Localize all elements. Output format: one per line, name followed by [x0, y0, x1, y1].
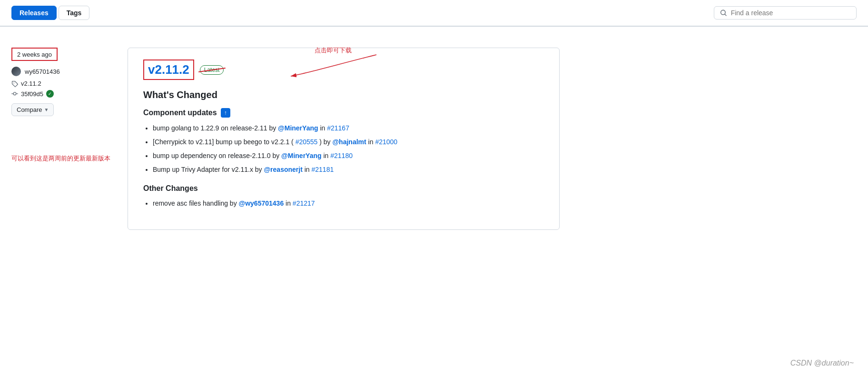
user-link-2[interactable]: @hajnalmt — [332, 138, 366, 146]
component-bullets: bump golang to 1.22.9 on release-2.11 by… — [143, 123, 544, 175]
upload-icon: ↑ — [221, 108, 230, 118]
user-link-1[interactable]: @MinerYang — [278, 124, 318, 132]
latest-badge: Latest — [200, 65, 224, 75]
time-ago: 2 weeks ago — [17, 51, 52, 58]
release-version-link[interactable]: v2.11.2 — [144, 60, 193, 79]
sidebar-user: wy65701436 — [11, 67, 116, 76]
main-content: 2 weeks ago wy65701436 v2.11.2 35f09d5 ✓… — [0, 36, 571, 230]
sidebar: 2 weeks ago wy65701436 v2.11.2 35f09d5 ✓… — [11, 48, 116, 230]
tag-icon — [11, 80, 18, 87]
commit-icon — [11, 90, 18, 97]
sidebar-username: wy65701436 — [25, 68, 60, 75]
commit-hash: 35f09d5 — [21, 90, 43, 98]
search-input[interactable] — [731, 9, 850, 17]
release-title-box: v2.11.2 — [143, 60, 194, 80]
tab-tags[interactable]: Tags — [59, 6, 90, 20]
top-nav: Releases Tags — [0, 0, 868, 26]
other-bullet-1: remove asc files handling by @wy65701436… — [153, 198, 544, 208]
whats-changed-heading: What's Changed — [143, 89, 544, 100]
compare-label: Compare — [17, 106, 42, 113]
release-header: v2.11.2 Latest 点击即可下载 — [143, 60, 544, 80]
issue-link-21181[interactable]: #21181 — [312, 166, 334, 173]
user-link-5[interactable]: @wy65701436 — [239, 199, 284, 207]
issue-link-21217[interactable]: #21217 — [293, 199, 315, 207]
compare-chevron: ▼ — [44, 107, 49, 112]
bullet-4: Bump up Trivy Adapter for v2.11.x by @re… — [153, 165, 544, 175]
release-content: v2.11.2 Latest 点击即可下载 What's Changed — [128, 48, 560, 230]
annotation-arrow — [376, 50, 472, 79]
annotation-top: 点击即可下载 — [315, 46, 352, 55]
user-link-4[interactable]: @reasonerjt — [264, 166, 302, 173]
nav-tabs: Releases Tags — [11, 6, 89, 20]
sidebar-tag-value: v2.11.2 — [21, 80, 41, 87]
bullet-2: [Cherrypick to v2.11] bump up beego to v… — [153, 137, 544, 147]
bullet-1: bump golang to 1.22.9 on release-2.11 by… — [153, 123, 544, 133]
avatar — [11, 67, 21, 76]
issue-link-21180[interactable]: #21180 — [330, 152, 353, 159]
bullet-3: bump up dependency on release-2.11.0 by … — [153, 151, 544, 161]
verified-badge: ✓ — [46, 90, 54, 98]
user-link-3[interactable]: @MinerYang — [281, 152, 321, 159]
compare-button[interactable]: Compare ▼ — [11, 103, 54, 116]
other-changes-heading: Other Changes — [143, 184, 544, 193]
search-icon — [720, 9, 727, 17]
search-box[interactable] — [714, 6, 857, 20]
issue-link-21000[interactable]: #21000 — [375, 138, 397, 146]
component-updates-label: Component updates — [143, 109, 217, 117]
other-bullets: remove asc files handling by @wy65701436… — [143, 198, 544, 208]
issue-link-21167[interactable]: #21167 — [327, 124, 349, 132]
sidebar-commit-row: 35f09d5 ✓ — [11, 90, 116, 98]
annotation-left: 可以看到这是两周前的更新最新版本 — [11, 155, 110, 162]
sidebar-tag-row: v2.11.2 — [11, 80, 116, 87]
component-updates-heading: Component updates ↑ — [143, 108, 544, 118]
tab-releases[interactable]: Releases — [11, 6, 57, 20]
issue-link-20555[interactable]: #20555 — [296, 138, 318, 146]
